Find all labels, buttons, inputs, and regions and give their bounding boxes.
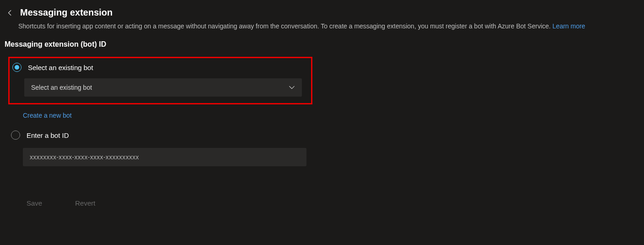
- revert-button[interactable]: Revert: [75, 199, 95, 207]
- save-button[interactable]: Save: [27, 199, 42, 207]
- radio-label-enter: Enter a bot ID: [27, 131, 69, 139]
- radio-icon[interactable]: [11, 131, 20, 140]
- chevron-down-icon: [289, 84, 295, 91]
- radio-label-existing: Select an existing bot: [28, 64, 93, 71]
- back-icon[interactable]: [6, 9, 14, 16]
- learn-more-link[interactable]: Learn more: [553, 22, 585, 30]
- dropdown-selected-text: Select an existing bot: [31, 84, 92, 91]
- description-text: Shortcuts for inserting app content or a…: [18, 22, 553, 30]
- page-description: Shortcuts for inserting app content or a…: [18, 22, 639, 31]
- radio-icon[interactable]: [12, 63, 21, 72]
- radio-select-existing[interactable]: Select an existing bot: [10, 63, 311, 72]
- existing-bot-dropdown[interactable]: Select an existing bot: [24, 78, 302, 97]
- bot-id-placeholder: xxxxxxxx-xxxx-xxxx-xxxx-xxxxxxxxxx: [30, 153, 139, 161]
- radio-enter-bot-id[interactable]: Enter a bot ID: [5, 131, 639, 140]
- bot-id-input[interactable]: xxxxxxxx-xxxx-xxxx-xxxx-xxxxxxxxxx: [23, 148, 306, 166]
- section-label: Messaging extension (bot) ID: [5, 40, 639, 49]
- page-title: Messaging extension: [20, 7, 113, 18]
- highlighted-section: Select an existing bot Select an existin…: [8, 57, 312, 104]
- create-new-bot-link[interactable]: Create a new bot: [23, 112, 72, 119]
